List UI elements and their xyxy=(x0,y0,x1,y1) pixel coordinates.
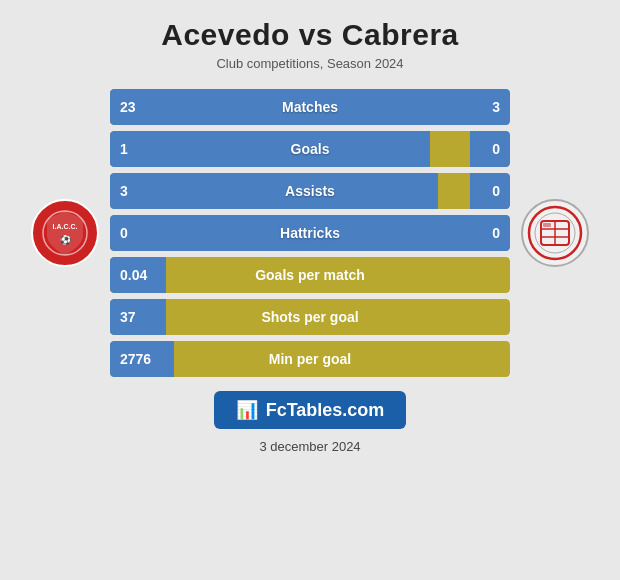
right-team-emblem xyxy=(521,199,589,267)
fctables-badge: 📊 FcTables.com xyxy=(214,391,407,429)
stat-single-fill xyxy=(110,299,166,335)
stat-label: Min per goal xyxy=(269,351,351,367)
stat-value-right: 0 xyxy=(492,183,500,199)
stat-label: Goals xyxy=(291,141,330,157)
page-title: Acevedo vs Cabrera xyxy=(161,18,459,52)
main-section: I.A.C.C. ⚽ 23 Matches 3 1 Goals xyxy=(20,89,600,377)
stat-label: Hattricks xyxy=(280,225,340,241)
badge-icon: 📊 xyxy=(236,399,258,421)
stat-row-matches: 23 Matches 3 xyxy=(110,89,510,125)
svg-text:I.A.C.C.: I.A.C.C. xyxy=(53,223,78,230)
stat-right-fill xyxy=(470,131,510,167)
svg-text:⚽: ⚽ xyxy=(60,234,72,246)
stat-value-left: 23 xyxy=(120,99,136,115)
stat-value: 37 xyxy=(120,309,136,325)
team-logo-right xyxy=(510,199,600,267)
stat-value-right: 0 xyxy=(492,141,500,157)
stat-value-left: 0 xyxy=(120,225,128,241)
badge-label: FcTables.com xyxy=(266,400,385,421)
stat-value: 2776 xyxy=(120,351,151,367)
stat-label: Shots per goal xyxy=(261,309,358,325)
stat-right-fill xyxy=(462,89,510,125)
left-team-emblem: I.A.C.C. ⚽ xyxy=(31,199,99,267)
stats-container: 23 Matches 3 1 Goals 0 3 Assists 0 xyxy=(110,89,510,377)
stat-row-shots_per_goal: 37 Shots per goal xyxy=(110,299,510,335)
svg-rect-12 xyxy=(543,223,551,227)
stat-value: 0.04 xyxy=(120,267,147,283)
stat-label: Matches xyxy=(282,99,338,115)
stat-row-goals_per_match: 0.04 Goals per match xyxy=(110,257,510,293)
stat-row-min_per_goal: 2776 Min per goal xyxy=(110,341,510,377)
stat-left-fill xyxy=(110,131,430,167)
stat-value-left: 3 xyxy=(120,183,128,199)
card: Acevedo vs Cabrera Club competitions, Se… xyxy=(0,0,620,580)
stat-row-goals: 1 Goals 0 xyxy=(110,131,510,167)
stat-label: Goals per match xyxy=(255,267,365,283)
team-logo-left: I.A.C.C. ⚽ xyxy=(20,199,110,267)
stat-value-right: 3 xyxy=(492,99,500,115)
subtitle: Club competitions, Season 2024 xyxy=(216,56,403,71)
stat-left-fill xyxy=(110,173,438,209)
stat-label: Assists xyxy=(285,183,335,199)
stat-right-fill xyxy=(470,173,510,209)
footer-date: 3 december 2024 xyxy=(259,439,360,454)
stat-value-left: 1 xyxy=(120,141,128,157)
stat-row-hattricks: 0 Hattricks 0 xyxy=(110,215,510,251)
stat-row-assists: 3 Assists 0 xyxy=(110,173,510,209)
stat-value-right: 0 xyxy=(492,225,500,241)
